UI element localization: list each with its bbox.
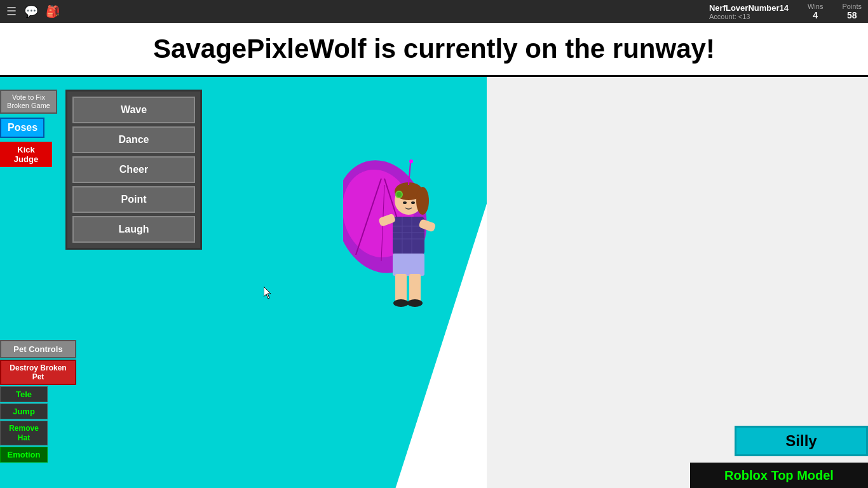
poses-button[interactable]: Poses <box>0 118 44 138</box>
jump-button[interactable]: Jump <box>0 403 48 419</box>
titlebar: SavagePixleWolf is currently on the runw… <box>0 23 868 77</box>
chat-icon[interactable]: 💬 <box>24 4 38 18</box>
bottom-controls: Pet Controls Destroy Broken Pet Tele Jum… <box>0 340 76 463</box>
pet-controls-button[interactable]: Pet Controls <box>0 340 76 358</box>
svg-point-16 <box>397 192 402 197</box>
tele-button[interactable]: Tele <box>0 386 48 402</box>
user-info: NerfLoverNumber14 Account: <13 <box>709 3 789 20</box>
emote-point-button[interactable]: Point <box>72 186 195 213</box>
wins-value: 4 <box>813 10 818 20</box>
wins-label: Wins <box>808 3 823 10</box>
silly-button[interactable]: Silly <box>735 426 868 456</box>
game-area: Vote to Fix Broken Game Poses Kick Judge… <box>0 77 868 488</box>
emote-wave-button[interactable]: Wave <box>72 97 195 123</box>
points-stat: Points 58 <box>842 3 862 20</box>
svg-point-18 <box>411 201 415 204</box>
wins-stat: Wins 4 <box>808 3 823 20</box>
svg-rect-5 <box>393 217 424 255</box>
rtm-banner: Roblox Top Model <box>690 463 868 488</box>
rtm-label: Roblox Top Model <box>724 468 834 483</box>
svg-point-17 <box>403 201 407 204</box>
emote-panel: Wave Dance Cheer Point Laugh <box>65 90 202 250</box>
username: NerfLoverNumber14 <box>709 3 789 13</box>
destroy-pet-button[interactable]: Destroy Broken Pet <box>0 360 76 385</box>
svg-marker-27 <box>264 287 271 299</box>
remove-hat-button[interactable]: Remove Hat <box>0 421 48 445</box>
topbar-right: NerfLoverNumber14 Account: <13 Wins 4 Po… <box>709 0 862 23</box>
account-label: Account: <13 <box>709 13 789 20</box>
silly-label: Silly <box>785 432 817 450</box>
menu-icon[interactable]: ☰ <box>6 4 17 18</box>
svg-rect-20 <box>409 274 421 302</box>
cursor <box>264 287 274 299</box>
page-title: SavagePixleWolf is currently on the runw… <box>153 34 715 64</box>
character <box>343 115 470 306</box>
svg-rect-11 <box>393 254 424 276</box>
svg-point-22 <box>407 299 423 307</box>
kick-judge-button[interactable]: Kick Judge <box>0 142 52 167</box>
svg-point-14 <box>416 187 429 215</box>
vote-button[interactable]: Vote to Fix Broken Game <box>0 90 57 114</box>
points-label: Points <box>842 3 862 10</box>
emote-laugh-button[interactable]: Laugh <box>72 216 195 243</box>
topbar: ☰ 💬 🎒 NerfLoverNumber14 Account: <13 Win… <box>0 0 868 23</box>
emote-dance-button[interactable]: Dance <box>72 126 195 153</box>
svg-point-26 <box>409 159 413 163</box>
points-value: 58 <box>847 10 857 20</box>
emotion-button[interactable]: Emotion <box>0 447 48 463</box>
svg-point-21 <box>393 299 409 307</box>
backpack-icon[interactable]: 🎒 <box>46 4 60 18</box>
svg-rect-19 <box>395 274 407 302</box>
emote-cheer-button[interactable]: Cheer <box>72 156 195 183</box>
